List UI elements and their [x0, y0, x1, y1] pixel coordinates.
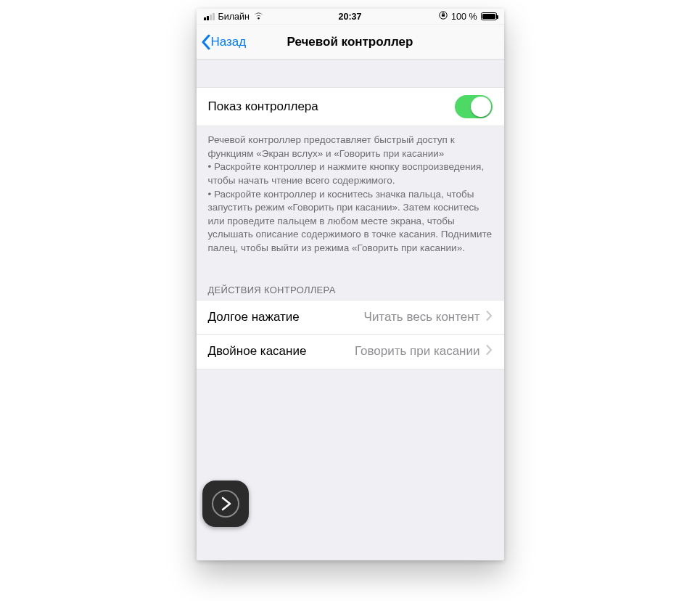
- back-button[interactable]: Назад: [197, 34, 247, 50]
- clock: 20:37: [197, 12, 504, 22]
- show-controller-row: Показ контроллера: [197, 87, 504, 126]
- nav-bar: Назад Речевой контроллер: [197, 25, 504, 60]
- back-label: Назад: [211, 35, 247, 49]
- long-press-action-row[interactable]: Долгое нажатие Читать весь контент: [197, 300, 504, 335]
- chevron-right-icon: [486, 310, 493, 324]
- double-tap-action-row[interactable]: Двойное касание Говорить при касании: [197, 335, 504, 369]
- speech-controller-ring: [212, 490, 239, 518]
- settings-content: Показ контроллера Речевой контроллер пре…: [197, 60, 504, 369]
- show-controller-switch[interactable]: [455, 95, 493, 118]
- iphone-screen: Билайн 20:37 100 % Назад: [197, 9, 504, 560]
- chevron-right-icon: [221, 496, 232, 511]
- long-press-value: Читать весь контент: [300, 310, 480, 324]
- controller-description: Речевой контроллер предоставляет быстрый…: [197, 126, 504, 271]
- show-controller-label: Показ контроллера: [208, 99, 318, 114]
- long-press-label: Долгое нажатие: [208, 310, 300, 324]
- controller-actions-group: Долгое нажатие Читать весь контент Двойн…: [197, 300, 504, 369]
- battery-icon: [481, 12, 497, 20]
- double-tap-label: Двойное касание: [208, 344, 307, 359]
- speech-controller-floating-button[interactable]: [202, 481, 249, 527]
- double-tap-value: Говорить при касании: [306, 344, 479, 359]
- status-bar: Билайн 20:37 100 %: [197, 9, 504, 25]
- chevron-right-icon: [486, 344, 493, 359]
- chevron-left-icon: [201, 34, 211, 50]
- controller-actions-header: ДЕЙСТВИЯ КОНТРОЛЛЕРА: [197, 271, 504, 300]
